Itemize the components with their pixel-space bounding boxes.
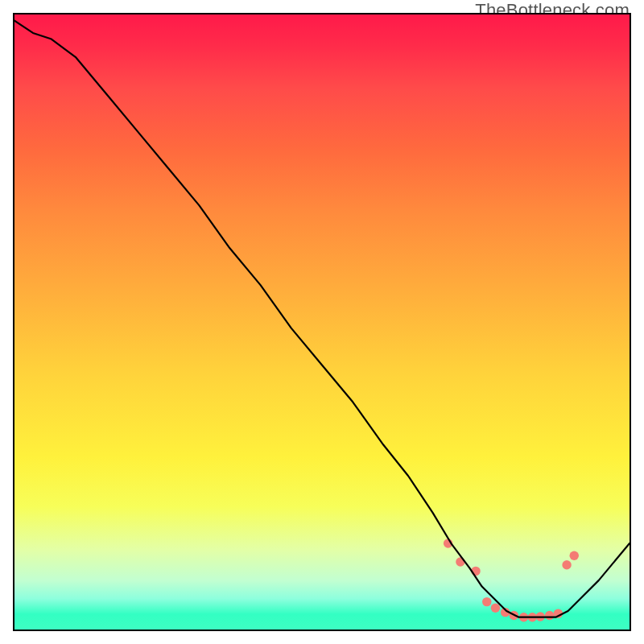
- data-marker-dot: [491, 604, 500, 613]
- data-marker-dot: [562, 560, 571, 569]
- chart-svg-overlay: [14, 14, 630, 630]
- data-markers-group: [444, 539, 579, 621]
- data-marker-dot: [570, 551, 579, 560]
- data-marker-dot: [545, 611, 554, 620]
- chart-container: TheBottleneck.com: [0, 0, 644, 644]
- chart-plot-area: [13, 13, 631, 631]
- data-marker-dot: [482, 597, 491, 606]
- bottleneck-curve-line: [14, 21, 630, 617]
